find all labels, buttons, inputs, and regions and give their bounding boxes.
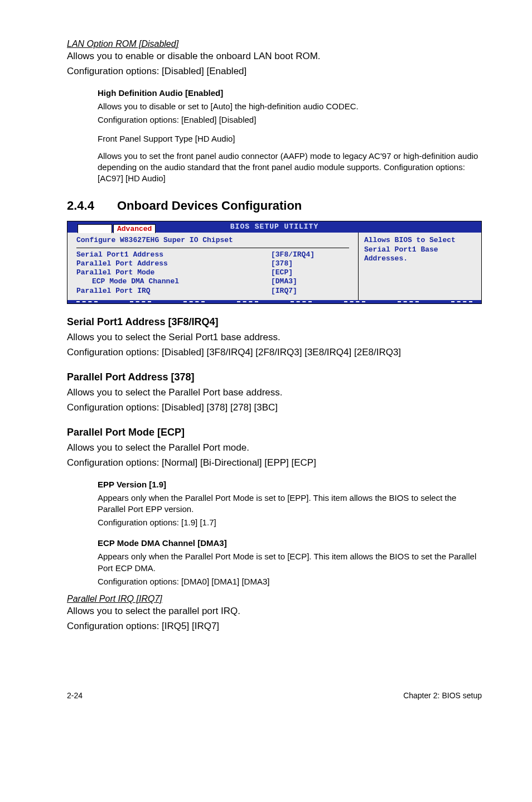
epp-title: EPP Version [1.9] xyxy=(98,480,482,489)
parallel-mode-config: Configuration options: [Normal] [Bi-Dire… xyxy=(67,457,482,470)
bios-setting-label: Serial Port1 Address xyxy=(76,250,271,259)
bios-setting-value: [ECP] xyxy=(271,268,349,277)
bios-header: BIOS SETUP UTILITY Advanced xyxy=(67,221,481,233)
hd-audio-desc: Allows you to disable or set to [Auto] t… xyxy=(98,101,482,112)
epp-desc: Appears only when the Parallel Port Mode… xyxy=(98,492,482,515)
front-panel-title: Front Panel Support Type [HD Audio] xyxy=(98,133,482,144)
hd-audio-config: Configuration options: [Enabled] [Disabl… xyxy=(98,114,482,125)
parallel-addr-desc: Allows you to select the Parallel Port b… xyxy=(67,386,482,399)
bios-left-pane: Configure W83627EHG Super IO Chipset Ser… xyxy=(67,233,359,300)
bios-setting-row[interactable]: Parallel Port Mode[ECP] xyxy=(76,268,349,277)
bios-setting-value: [378] xyxy=(271,259,349,268)
bios-setup-panel: BIOS SETUP UTILITY Advanced Configure W8… xyxy=(67,221,482,304)
bios-setting-row[interactable]: Parallel Port Address[378] xyxy=(76,259,349,268)
bios-left-title: Configure W83627EHG Super IO Chipset xyxy=(76,236,349,248)
serial-port-title: Serial Port1 Address [3F8/IRQ4] xyxy=(67,316,482,328)
front-panel-body: Allows you to set the front panel audio … xyxy=(98,151,482,185)
parallel-irq-title: Parallel Port IRQ [IRQ7] xyxy=(67,594,482,604)
hd-audio-title: High Definition Audio [Enabled] xyxy=(98,88,482,98)
parallel-mode-title: Parallel Port Mode [ECP] xyxy=(67,427,482,438)
section-title: Onboard Devices Configuration xyxy=(117,199,302,212)
bios-tab-advanced[interactable]: Advanced xyxy=(113,224,156,233)
footer-page-number: 2-24 xyxy=(67,691,83,700)
serial-port-desc: Allows you to select the Serial Port1 ba… xyxy=(67,331,482,344)
parallel-mode-desc: Allows you to select the Parallel Port m… xyxy=(67,442,482,455)
footer-chapter: Chapter 2: BIOS setup xyxy=(403,691,482,700)
bios-setting-row[interactable]: Serial Port1 Address[3F8/IRQ4] xyxy=(76,250,349,259)
parallel-irq-desc: Allows you to select the parallel port I… xyxy=(67,605,482,618)
bios-setting-value: [3F8/IRQ4] xyxy=(271,250,349,259)
bios-setting-label: Parallel Port IRQ xyxy=(76,287,271,296)
bios-setting-label: Parallel Port Address xyxy=(76,259,271,268)
parallel-addr-config: Configuration options: [Disabled] [378] … xyxy=(67,402,482,414)
bios-bottom-border xyxy=(67,300,481,303)
ecp-dma-desc: Appears only when the Parallel Port Mode… xyxy=(98,551,482,574)
lan-option-config: Configuration options: [Disabled] [Enabl… xyxy=(67,65,482,78)
bios-setting-row[interactable]: ECP Mode DMA Channel[DMA3] xyxy=(76,277,349,286)
bios-setting-label: Parallel Port Mode xyxy=(76,268,271,277)
bios-tab-blank xyxy=(78,224,112,233)
bios-help-pane: Allows BIOS to Select Serial Port1 Base … xyxy=(359,233,481,300)
bios-setting-label: ECP Mode DMA Channel xyxy=(76,277,271,286)
lan-option-title: LAN Option ROM [Disabled] xyxy=(67,39,482,49)
ecp-dma-title: ECP Mode DMA Channel [DMA3] xyxy=(98,538,482,548)
bios-setting-row[interactable]: Parallel Port IRQ[IRQ7] xyxy=(76,287,349,296)
section-heading: 2.4.4Onboard Devices Configuration xyxy=(67,199,482,213)
epp-config: Configuration options: [1.9] [1.7] xyxy=(98,517,482,528)
parallel-addr-title: Parallel Port Address [378] xyxy=(67,371,482,383)
parallel-irq-config: Configuration options: [IRQ5] [IRQ7] xyxy=(67,620,482,633)
section-number: 2.4.4 xyxy=(67,199,117,213)
lan-option-desc: Allows you to enable or disable the onbo… xyxy=(67,50,482,63)
page-footer: 2-24 Chapter 2: BIOS setup xyxy=(0,658,532,711)
serial-port-config: Configuration options: [Disabled] [3F8/I… xyxy=(67,346,482,359)
bios-setting-value: [IRQ7] xyxy=(271,287,349,296)
ecp-dma-config: Configuration options: [DMA0] [DMA1] [DM… xyxy=(98,576,482,587)
bios-setting-value: [DMA3] xyxy=(271,277,349,286)
